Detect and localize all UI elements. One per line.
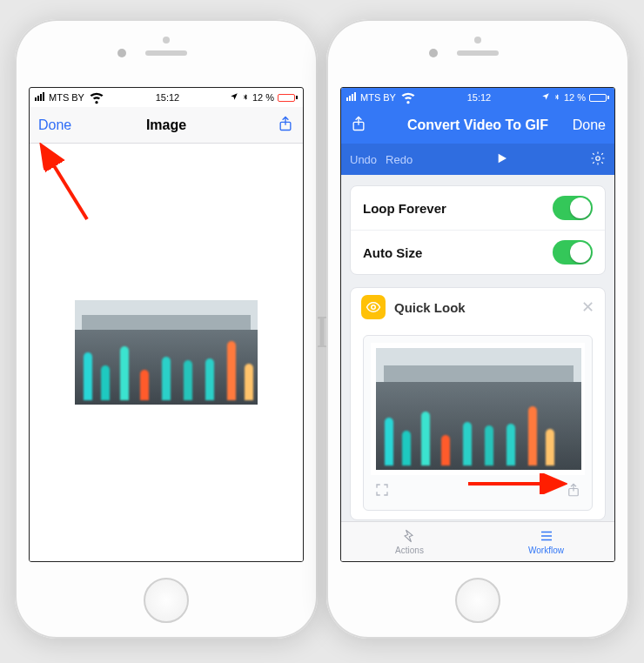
annotation-arrow [29,137,104,236]
signal-icon [346,92,357,103]
battery-icon [589,94,609,102]
quick-look-card: Quick Look ✕ [350,287,606,520]
loop-forever-toggle[interactable] [553,196,593,220]
workflow-toolbar: Undo Redo [341,144,614,175]
screen-right: MTS BY 15:12 12 % [340,87,615,562]
screen-left: MTS BY 15:12 12 % [29,87,304,562]
annotation-arrow [465,473,569,498]
nav-bar: Done Image [30,107,303,144]
phone-sensor [163,37,170,44]
image-viewer[interactable] [30,144,303,561]
signal-icon [35,92,45,103]
bluetooth-icon [553,92,560,104]
svg-point-4 [372,305,376,310]
preview-image [75,300,258,405]
svg-line-1 [44,149,87,219]
quick-look-frame [363,335,593,511]
phone-camera [117,49,126,57]
battery-pct: 12 % [564,92,586,103]
done-button[interactable]: Done [38,117,82,133]
undo-button[interactable]: Undo [350,153,377,166]
tab-bar: Actions Workflow [341,521,614,561]
battery-icon [278,94,298,102]
page-title: Convert Video To GIF [407,117,548,133]
settings-button[interactable] [590,151,606,169]
nav-bar: Convert Video To GIF Done [341,107,614,144]
loop-forever-label: Loop Forever [363,201,446,216]
expand-button[interactable] [374,482,390,501]
phone-speaker [457,50,499,56]
auto-size-row: Auto Size [351,230,605,274]
auto-size-label: Auto Size [363,245,422,260]
phone-sensor [474,37,481,44]
close-button[interactable]: ✕ [581,298,594,317]
status-bar: MTS BY 15:12 12 % [30,88,303,107]
quick-look-share-button[interactable] [566,482,581,501]
gif-settings-card: Loop Forever Auto Size [350,185,606,275]
loop-forever-row: Loop Forever [351,186,605,230]
clock: 15:12 [467,92,492,103]
status-bar: MTS BY 15:12 12 % [341,88,614,107]
workflow-body[interactable]: Loop Forever Auto Size Quick Look [341,175,614,521]
carrier-label: MTS BY [49,92,84,103]
home-button[interactable] [144,578,189,623]
auto-size-toggle[interactable] [553,240,593,265]
tab-workflow[interactable]: Workflow [478,522,614,561]
clock: 15:12 [156,92,180,103]
done-button[interactable]: Done [562,117,606,133]
location-icon [230,92,238,103]
phone-right: MTS BY 15:12 12 % [326,19,629,639]
svg-point-3 [596,156,600,160]
quick-look-title: Quick Look [394,300,573,315]
carrier-label: MTS BY [360,92,396,103]
location-icon [541,92,550,103]
phone-left: MTS BY 15:12 12 % [15,19,318,639]
wifi-icon [399,88,417,107]
redo-button[interactable]: Redo [386,153,413,166]
bluetooth-icon [242,92,249,104]
phone-camera [429,49,438,57]
home-button[interactable] [455,578,500,623]
eye-icon [361,295,386,319]
share-button[interactable] [251,115,294,136]
share-button[interactable] [350,115,393,136]
battery-pct: 12 % [252,92,274,103]
wifi-icon [88,88,105,107]
page-title: Image [146,117,186,133]
play-button[interactable] [494,151,508,168]
tab-actions[interactable]: Actions [341,522,478,561]
phone-speaker [145,50,187,56]
quick-look-image [376,348,581,470]
